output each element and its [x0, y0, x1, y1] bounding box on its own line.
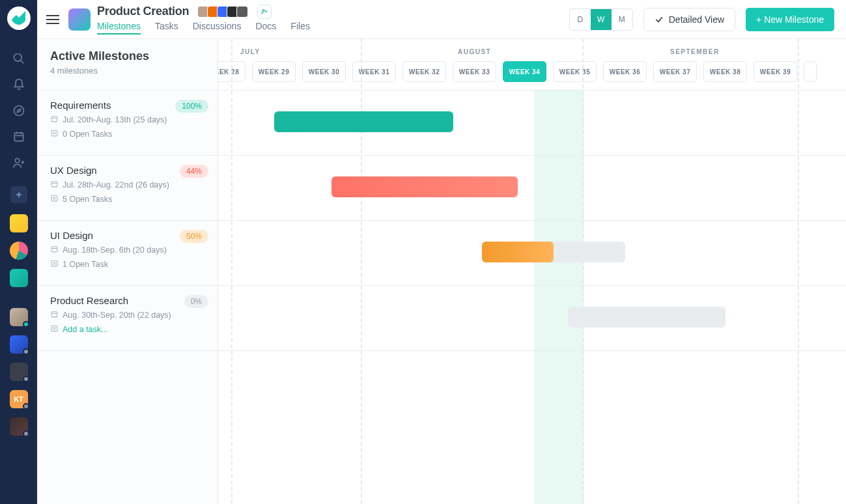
progress-badge: 44% [180, 165, 208, 178]
svg-rect-27 [51, 247, 57, 252]
user-avatar[interactable] [10, 417, 28, 436]
milestone-tasks: 0 Open Tasks [50, 129, 204, 139]
search-icon[interactable] [6, 46, 32, 72]
milestone-dates: Aug. 18th-Sep. 6th (20 days) [50, 245, 204, 255]
milestone-row[interactable]: UI DesignAug. 18th-Sep. 6th (20 days)1 O… [37, 221, 218, 286]
sidebar-title: Active Milestones [50, 49, 204, 63]
tab-discussions[interactable]: Discussions [193, 21, 242, 35]
check-icon [655, 15, 664, 24]
calendar-icon[interactable] [6, 124, 32, 150]
svg-rect-34 [51, 326, 57, 331]
milestone-row[interactable]: UX DesignJul. 28th-Aug. 22nd (26 days)5 … [37, 156, 218, 221]
week-pill[interactable]: WEEK 33 [453, 61, 496, 82]
detailed-view-button[interactable]: Detailed View [643, 8, 735, 31]
compass-icon[interactable] [6, 98, 32, 124]
svg-point-3 [14, 106, 23, 116]
calendar-icon [50, 245, 59, 255]
month-label: AUGUST [458, 48, 491, 55]
milestone-title: Product Research [50, 295, 204, 306]
tasks-icon [50, 324, 59, 335]
milestone-tasks[interactable]: Add a task... [50, 324, 204, 335]
tasks-icon [50, 259, 59, 270]
milestone-dates: Jul. 20th-Aug. 13th (25 days) [50, 115, 204, 125]
month-label: SEPTEMBER [670, 48, 720, 55]
zoom-segment: DWM [569, 8, 633, 31]
user-avatar[interactable] [10, 308, 28, 326]
timeline-bar[interactable] [482, 242, 554, 262]
svg-marker-4 [17, 109, 20, 113]
timeline-row [218, 91, 846, 156]
project-icon[interactable] [68, 8, 91, 31]
svg-rect-32 [51, 312, 57, 317]
timeline-row [218, 221, 846, 286]
timeline-bar[interactable] [331, 176, 518, 197]
svg-point-14 [262, 9, 264, 11]
add-member-button[interactable] [257, 5, 272, 19]
project-tile[interactable] [10, 269, 28, 287]
week-pill[interactable]: WEEK 29 [252, 61, 296, 82]
week-pill[interactable]: WEEK 36 [603, 61, 647, 82]
member-avatars[interactable] [199, 6, 248, 18]
milestone-row[interactable]: Product ResearchAug. 30th-Sep. 20th (22 … [37, 286, 218, 351]
progress-badge: 50% [180, 230, 208, 243]
tasks-icon [50, 194, 59, 204]
menu-icon[interactable] [41, 8, 64, 31]
svg-rect-19 [51, 130, 57, 136]
week-pill[interactable]: WEEK 37 [653, 61, 697, 82]
zoom-w[interactable]: W [591, 9, 612, 30]
week-pill[interactable]: WEEK 38 [703, 61, 747, 82]
svg-rect-24 [51, 195, 57, 201]
svg-rect-5 [14, 133, 23, 141]
notifications-icon[interactable] [6, 72, 32, 98]
project-tile[interactable] [10, 214, 28, 232]
calendar-icon [50, 180, 59, 190]
timeline-bar[interactable] [274, 111, 453, 132]
calendar-icon [50, 310, 59, 320]
user-avatar[interactable] [10, 335, 28, 354]
tab-milestones[interactable]: Milestones [97, 21, 141, 35]
week-pill[interactable]: WEEK 30 [302, 61, 346, 82]
week-pill[interactable]: WEEK 32 [402, 61, 446, 82]
logo[interactable] [7, 7, 31, 30]
timeline-row [218, 286, 846, 351]
week-pill[interactable]: WEEK 28 [218, 61, 246, 82]
week-pill[interactable] [804, 61, 817, 82]
tab-tasks[interactable]: Tasks [155, 21, 178, 35]
timeline-row [218, 156, 846, 221]
add-user-icon[interactable] [6, 150, 32, 176]
progress-badge: 100% [175, 100, 208, 113]
zoom-m[interactable]: M [612, 9, 632, 30]
week-pill[interactable]: WEEK 39 [754, 61, 797, 82]
new-milestone-button[interactable]: + New Milestone [746, 8, 834, 31]
button-label: Detailed View [669, 14, 724, 25]
svg-point-1 [14, 54, 21, 62]
svg-rect-29 [51, 260, 57, 266]
week-pill[interactable]: WEEK 31 [352, 61, 396, 82]
milestone-row[interactable]: RequirementsJul. 20th-Aug. 13th (25 days… [37, 91, 218, 156]
svg-rect-22 [51, 182, 57, 187]
svg-line-2 [20, 61, 23, 64]
user-avatar[interactable] [10, 363, 28, 381]
avatar-initials: KT [14, 395, 23, 403]
week-pill[interactable]: WEEK 34 [503, 61, 546, 82]
svg-rect-17 [51, 117, 57, 122]
month-label: JULY [240, 48, 261, 55]
milestone-dates: Aug. 30th-Sep. 20th (22 days) [50, 310, 204, 320]
progress-badge: 0% [184, 295, 208, 308]
svg-point-9 [15, 158, 20, 163]
sidebar-subtitle: 4 milestones [50, 66, 204, 76]
tasks-icon [50, 129, 59, 139]
timeline-bar[interactable] [568, 307, 726, 328]
calendar-icon [50, 115, 59, 125]
project-tile[interactable] [10, 242, 28, 260]
zoom-d[interactable]: D [570, 9, 591, 30]
user-avatar[interactable]: KT [10, 390, 28, 408]
week-pill[interactable]: WEEK 35 [553, 61, 597, 82]
tab-files[interactable]: Files [290, 21, 310, 35]
milestone-tasks: 1 Open Task [50, 259, 204, 270]
page-title: Product Creation [97, 5, 189, 18]
project-tabs: MilestonesTasksDiscussionsDocsFiles [97, 21, 310, 35]
tab-docs[interactable]: Docs [255, 21, 276, 35]
add-project-button[interactable] [10, 186, 27, 203]
button-label: + New Milestone [756, 14, 824, 25]
